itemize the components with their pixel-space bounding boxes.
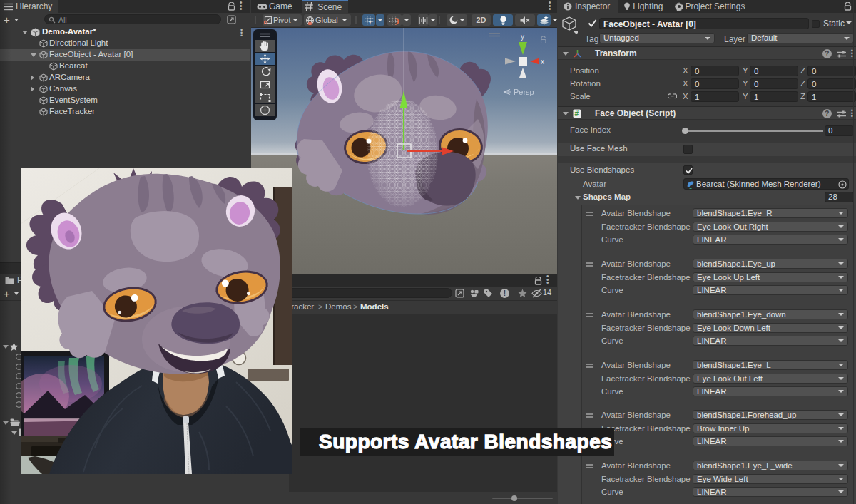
svg-text:y: y bbox=[521, 33, 524, 41]
svg-text:Y: Y bbox=[368, 19, 372, 25]
svg-text:x: x bbox=[541, 58, 544, 66]
svg-text:#: # bbox=[575, 110, 579, 118]
svg-text:Persp: Persp bbox=[514, 88, 534, 96]
